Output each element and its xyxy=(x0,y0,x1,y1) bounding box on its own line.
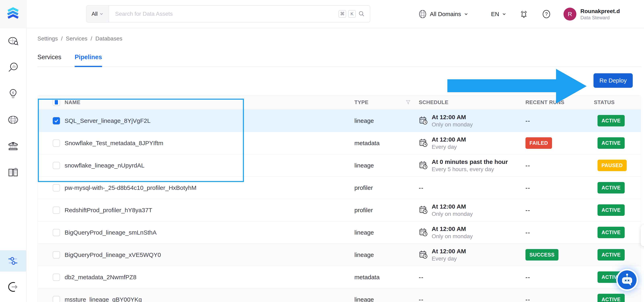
column-header-type[interactable]: TYPE xyxy=(354,99,368,106)
tab-services[interactable]: Services xyxy=(38,54,62,66)
table-row[interactable]: SQL_Server_lineage_8YjVgF2L lineage At 1… xyxy=(38,110,641,132)
chevron-down-icon xyxy=(99,12,104,16)
pipeline-type: lineage xyxy=(354,229,419,236)
sidebar-item-govern[interactable] xyxy=(0,133,26,159)
sidebar-item-observability[interactable] xyxy=(0,54,26,80)
pipeline-name[interactable]: pw-mysql-with-_25-d8b54c10_profiler_HxBo… xyxy=(64,184,354,191)
row-checkbox[interactable] xyxy=(53,117,60,124)
row-checkbox[interactable] xyxy=(53,162,60,169)
table-row[interactable]: db2_metadata_2NwmfPZ8 metadata -- -- ACT… xyxy=(38,266,641,288)
pipeline-name[interactable]: db2_metadata_2NwmfPZ8 xyxy=(64,274,354,281)
sidebar-item-domains[interactable] xyxy=(0,107,26,133)
language-selector[interactable]: EN xyxy=(491,0,506,28)
help-icon: ? xyxy=(542,10,551,19)
row-checkbox[interactable] xyxy=(53,184,60,192)
edge-widget[interactable] xyxy=(641,225,644,246)
table-row[interactable]: snowflake_lineage_nUpyrdAL lineage At 0 … xyxy=(38,154,641,177)
pipeline-type: lineage xyxy=(354,162,419,169)
search-scope-dropdown[interactable]: All xyxy=(86,6,109,22)
pipeline-name[interactable]: BigQueryProd_lineage_smLnSthA xyxy=(64,229,354,236)
search-input[interactable] xyxy=(109,6,338,22)
table-row[interactable]: pw-mysql-with-_25-d8b54c10_profiler_HxBo… xyxy=(38,177,641,199)
lightbulb-icon xyxy=(7,88,19,100)
schedule-frequency: Every day xyxy=(432,143,466,150)
breadcrumb-settings[interactable]: Settings xyxy=(38,36,58,42)
pipeline-schedule: -- xyxy=(419,184,526,191)
pipeline-name[interactable]: RedshiftProd_profiler_hY8ya37T xyxy=(64,207,354,214)
table-row[interactable]: BigQueryProd_lineage_xVE5WQY0 lineage At… xyxy=(38,244,641,266)
tab-pipelines[interactable]: Pipelines xyxy=(75,54,102,66)
user-menu[interactable]: R Rounakpreet.d Data Steward xyxy=(564,0,644,28)
status-cell: ACTIVE xyxy=(594,137,641,149)
table-row[interactable]: BigQueryProd_lineage_smLnSthA lineage At… xyxy=(38,222,641,244)
row-checkbox[interactable] xyxy=(53,229,60,236)
chatbot-button[interactable] xyxy=(616,269,638,291)
empty-value: -- xyxy=(526,296,530,302)
check-icon xyxy=(54,118,59,123)
logout-icon xyxy=(7,281,19,293)
status-badge: PAUSED xyxy=(598,160,627,171)
pipeline-name[interactable]: SQL_Server_lineage_8YjVgF2L xyxy=(64,118,354,124)
calendar-clock-icon xyxy=(419,205,428,214)
global-search: All ⌘ K xyxy=(86,5,370,22)
empty-value: -- xyxy=(526,118,530,124)
sidebar-item-explore[interactable] xyxy=(0,28,26,54)
empty-value: -- xyxy=(526,229,530,236)
pipeline-type: profiler xyxy=(354,207,419,214)
row-checkbox[interactable] xyxy=(53,296,60,302)
notifications-button[interactable] xyxy=(519,0,528,28)
left-sidebar xyxy=(0,0,26,302)
table-header-row: NAME TYPE SCHEDULE RECENT RUNS STATUS xyxy=(38,95,641,110)
sidebar-item-logout[interactable] xyxy=(0,274,26,300)
sidebar-item-insights[interactable] xyxy=(0,80,26,107)
row-checkbox[interactable] xyxy=(53,140,60,147)
sidebar-item-settings[interactable] xyxy=(0,250,26,272)
svg-text:?: ? xyxy=(545,11,548,17)
redeploy-button[interactable]: Re Deploy xyxy=(594,73,633,88)
pipeline-schedule: -- xyxy=(419,274,526,281)
app-logo[interactable] xyxy=(0,0,26,28)
schedule-time: At 0 minutes past the hour xyxy=(432,158,508,166)
bank-icon xyxy=(7,140,19,152)
user-name: Rounakpreet.d xyxy=(580,8,620,15)
pipeline-name[interactable]: mssture_lineage_qBY00YKq xyxy=(64,296,354,302)
row-checkbox[interactable] xyxy=(53,251,60,258)
search-icon[interactable] xyxy=(358,10,365,18)
table-row[interactable]: mssture_lineage_qBY00YKq lineage -- -- A… xyxy=(38,288,641,302)
column-header-recent-runs[interactable]: RECENT RUNS xyxy=(526,99,594,106)
help-button[interactable]: ? xyxy=(542,0,551,28)
column-header-name[interactable]: NAME xyxy=(64,99,354,106)
status-badge: SUCCESS xyxy=(526,249,558,260)
schedule-frequency: Every day xyxy=(432,255,466,262)
row-checkbox[interactable] xyxy=(53,206,60,214)
table-row[interactable]: RedshiftProd_profiler_hY8ya37T profiler … xyxy=(38,199,641,222)
pipeline-schedule: At 12:00 AMEvery day xyxy=(419,136,526,150)
calendar-clock-icon xyxy=(419,161,428,170)
language-label: EN xyxy=(491,11,499,18)
breadcrumb-databases[interactable]: Databases xyxy=(96,36,122,42)
robot-chat-icon xyxy=(618,270,636,289)
status-badge: ACTIVE xyxy=(598,204,625,216)
select-all-checkbox[interactable] xyxy=(53,99,60,106)
book-icon xyxy=(7,166,19,178)
filter-icon[interactable] xyxy=(406,100,411,105)
pipeline-name[interactable]: snowflake_lineage_nUpyrdAL xyxy=(64,162,354,169)
calendar-clock-icon xyxy=(419,250,428,259)
pipeline-name[interactable]: BigQueryProd_lineage_xVE5WQY0 xyxy=(64,252,354,258)
breadcrumb-services[interactable]: Services xyxy=(66,36,87,42)
k-keycap: K xyxy=(348,10,356,18)
domain-selector[interactable]: All Domains xyxy=(418,0,468,28)
schedule-time: At 12:00 AM xyxy=(432,247,466,255)
bell-icon xyxy=(519,10,528,19)
openmetadata-logo-icon xyxy=(6,6,20,21)
column-header-status[interactable]: STATUS xyxy=(594,99,641,106)
sidebar-item-glossary[interactable] xyxy=(0,159,26,185)
pipelines-settings-page: { "colors": { "primary": "#1763d5", "ann… xyxy=(0,0,644,302)
table-row[interactable]: Snowflake_Test_metadata_8JPYIftm metadat… xyxy=(38,132,641,154)
pipeline-schedule: -- xyxy=(419,296,526,302)
row-checkbox[interactable] xyxy=(53,274,60,281)
pipeline-name[interactable]: Snowflake_Test_metadata_8JPYIftm xyxy=(64,140,354,146)
recent-runs-cell: -- xyxy=(526,274,594,281)
domain-selector-label: All Domains xyxy=(430,11,461,18)
column-header-schedule[interactable]: SCHEDULE xyxy=(419,99,526,106)
